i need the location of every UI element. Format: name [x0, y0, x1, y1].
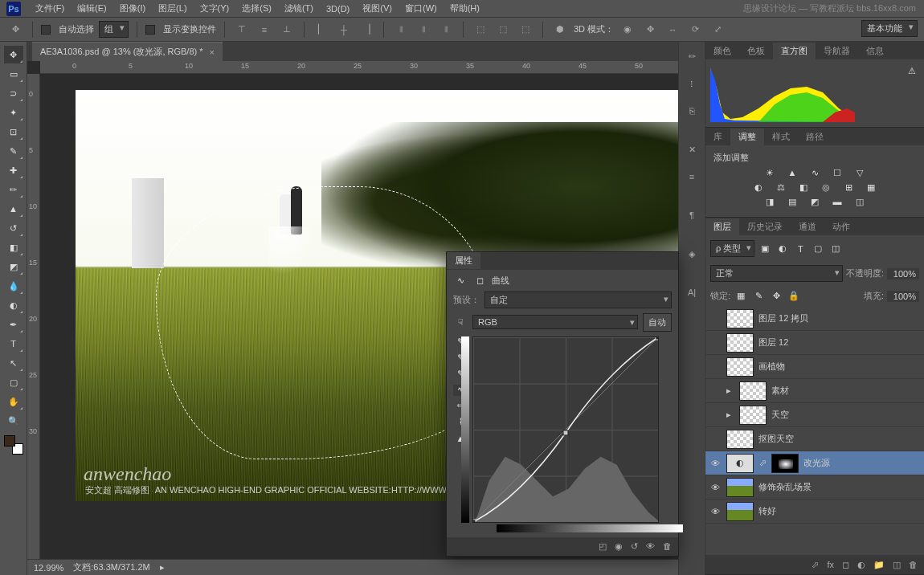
distribute-icon[interactable]: ⬚ — [472, 22, 489, 38]
history-brush-tool[interactable]: ↺ — [4, 219, 23, 237]
autoselect-dropdown[interactable]: 组 — [99, 21, 129, 38]
colorlookup-icon[interactable]: ▦ — [864, 181, 878, 193]
filter-shape-icon[interactable]: ▢ — [811, 243, 825, 255]
type-tool[interactable]: T — [4, 335, 23, 353]
photofilter-icon[interactable]: ◎ — [819, 181, 833, 193]
zoom-tool[interactable]: 🔍 — [4, 412, 23, 430]
layer-row[interactable]: 画植物 — [705, 355, 924, 379]
gradientmap-icon[interactable]: ▬ — [830, 196, 844, 207]
lasso-tool[interactable]: ⊃ — [4, 84, 23, 102]
hue-icon[interactable]: ◐ — [751, 181, 766, 193]
heal-tool[interactable]: ✚ — [4, 161, 23, 179]
mask-icon[interactable]: ◻ — [842, 560, 849, 570]
swatches-icon[interactable]: ✕ — [684, 141, 700, 157]
channel-dropdown[interactable]: RGB — [472, 315, 638, 329]
brush-presets-icon[interactable]: ⫶ — [684, 75, 700, 92]
layer-thumb[interactable] — [726, 478, 754, 497]
layer-row[interactable]: ▸素材 — [705, 379, 924, 403]
menu-3d[interactable]: 3D(D) — [320, 2, 356, 15]
hand-tool[interactable]: ✋ — [4, 393, 23, 410]
color-swatches[interactable] — [4, 435, 23, 455]
menu-window[interactable]: 窗口(W) — [399, 1, 444, 16]
distribute-icon[interactable]: ⫴ — [437, 22, 455, 38]
gradient-tool[interactable]: ◩ — [4, 258, 23, 275]
layer-name[interactable]: 转好 — [758, 505, 921, 517]
layer-row[interactable]: 图层 12 拷贝 — [705, 307, 924, 331]
tab-history[interactable]: 历史记录 — [739, 218, 791, 235]
eye-icon[interactable]: 👁 — [709, 483, 722, 492]
distribute-icon[interactable]: ⫴ — [415, 22, 432, 38]
layer-row[interactable]: 图层 12 — [705, 331, 924, 355]
lock-all-icon[interactable]: 🔒 — [787, 291, 801, 302]
align-top-icon[interactable]: ⊤ — [233, 22, 251, 38]
trash-icon[interactable]: 🗑 — [663, 541, 672, 551]
tab-color[interactable]: 颜色 — [705, 43, 739, 59]
doc-size[interactable]: 文档:63.3M/371.2M — [73, 561, 149, 573]
path-tool[interactable]: ↖ — [4, 354, 23, 372]
status-arrow-icon[interactable]: ▸ — [160, 562, 165, 573]
eraser-tool[interactable]: ◧ — [4, 239, 23, 256]
tab-swatches[interactable]: 色板 — [739, 43, 773, 59]
3d-scale-icon[interactable]: ⤢ — [709, 22, 726, 38]
3d-roll-icon[interactable]: ⟳ — [686, 22, 704, 38]
layer-row[interactable]: ▸天空 — [705, 403, 924, 427]
3d-orbit-icon[interactable]: ◉ — [619, 22, 636, 38]
tab-channels[interactable]: 通道 — [791, 218, 824, 235]
menu-help[interactable]: 帮助(H) — [444, 1, 486, 16]
layer-thumb[interactable] — [739, 381, 767, 401]
tab-libraries[interactable]: 库 — [705, 128, 730, 145]
stamp-tool[interactable]: ▲ — [4, 200, 23, 218]
menu-filter[interactable]: 滤镜(T) — [278, 1, 320, 16]
expand-icon[interactable]: ▸ — [726, 385, 734, 396]
menu-view[interactable]: 视图(V) — [356, 1, 399, 16]
move-tool-icon[interactable]: ✥ — [6, 22, 24, 38]
crop-tool[interactable]: ⊡ — [4, 123, 23, 141]
blur-tool[interactable]: 💧 — [4, 277, 23, 295]
menu-edit[interactable]: 编辑(E) — [71, 1, 113, 16]
3d-icon[interactable]: ⬢ — [551, 22, 569, 38]
align-hcenter-icon[interactable]: ┼ — [335, 22, 353, 38]
clone-source-icon[interactable]: ⎘ — [684, 103, 700, 119]
exposure-icon[interactable]: ☐ — [830, 167, 844, 178]
layer-thumb[interactable] — [739, 406, 767, 425]
distribute-icon[interactable]: ⫴ — [392, 22, 410, 38]
filter-adj-icon[interactable]: ◐ — [775, 243, 790, 255]
colorbalance-icon[interactable]: ⚖ — [774, 181, 788, 193]
menu-select[interactable]: 选择(S) — [235, 1, 278, 16]
layer-name[interactable]: 天空 — [771, 409, 921, 421]
tab-paths[interactable]: 路径 — [798, 128, 832, 145]
curves-icon[interactable]: ∿ — [807, 167, 822, 178]
tab-info[interactable]: 信息 — [858, 43, 892, 59]
menu-file[interactable]: 文件(F) — [29, 1, 71, 16]
close-tab-icon[interactable]: × — [210, 47, 215, 57]
layer-name[interactable]: 修饰杂乱场景 — [758, 481, 921, 493]
brush-tool[interactable]: ✏ — [4, 181, 23, 198]
mask-icon[interactable]: ◻ — [472, 275, 487, 286]
targeted-adj-icon[interactable]: ☟ — [453, 316, 468, 328]
fx-icon[interactable]: fx — [827, 560, 834, 569]
filter-smart-icon[interactable]: ◫ — [828, 243, 843, 255]
distribute-icon[interactable]: ⬚ — [517, 22, 534, 38]
marquee-tool[interactable]: ▭ — [4, 65, 23, 83]
layer-thumb[interactable] — [726, 309, 754, 328]
align-vcenter-icon[interactable]: ≡ — [256, 22, 273, 38]
tab-navigator[interactable]: 导航器 — [816, 43, 858, 59]
styles-icon[interactable]: ≡ — [684, 169, 700, 185]
fill-value[interactable]: 100% — [887, 291, 919, 302]
menu-layer[interactable]: 图层(L) — [152, 1, 193, 16]
layer-mask[interactable] — [771, 454, 799, 473]
filter-type-icon[interactable]: T — [793, 243, 807, 255]
filter-pixel-icon[interactable]: ▣ — [758, 243, 772, 255]
reset-icon[interactable]: ↺ — [631, 541, 638, 552]
link-layers-icon[interactable]: ⬀ — [812, 560, 819, 570]
pen-tool[interactable]: ✒ — [4, 316, 23, 333]
layer-name[interactable]: 抠图天空 — [758, 433, 921, 445]
threshold-icon[interactable]: ◩ — [807, 196, 822, 207]
adjustment-icon[interactable]: ◐ — [857, 560, 865, 570]
properties-panel[interactable]: 属性 ∿ ◻ 曲线 预设： 自定 ☟ RGB 自动 ✎ ✎ ✎ ∿ ✏ ⌇ ▲ — [446, 251, 679, 557]
trash-icon[interactable]: 🗑 — [909, 560, 918, 569]
layer-name[interactable]: 画植物 — [758, 361, 921, 373]
tab-actions[interactable]: 动作 — [824, 218, 858, 235]
expand-icon[interactable]: ▸ — [726, 410, 734, 420]
lock-trans-icon[interactable]: ▦ — [734, 291, 748, 302]
